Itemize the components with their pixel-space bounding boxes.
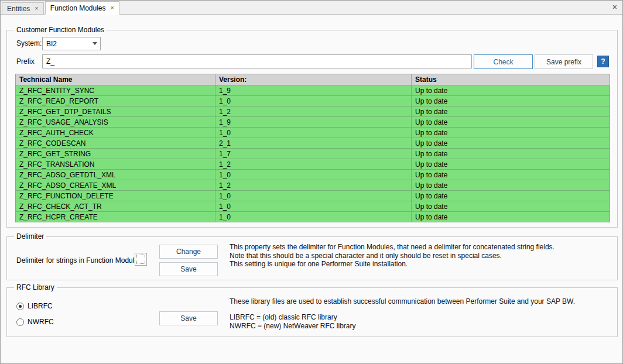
cell-version: 1_0 xyxy=(215,96,412,107)
rfc-library-description: These library files are used to establis… xyxy=(230,297,575,306)
cell-status: Up to date xyxy=(412,128,610,138)
help-icon[interactable]: ? xyxy=(597,56,609,67)
tab-bar: Entities × Function Modules × xyxy=(1,1,622,15)
cell-status: Up to date xyxy=(412,180,610,191)
column-header-technical-name[interactable]: Technical Name xyxy=(16,74,215,85)
cell-technical-name: Z_RFC_GET_DTP_DETAILS xyxy=(16,107,215,117)
cell-status: Up to date xyxy=(412,191,610,201)
tab-function-modules-label: Function Modules xyxy=(50,4,106,12)
cell-version: 1_7 xyxy=(215,149,412,159)
delimiter-label: Delimiter for strings in Function Module… xyxy=(16,256,142,265)
cell-technical-name: Z_RFC_AUTH_CHECK xyxy=(16,128,215,138)
chevron-down-icon[interactable] xyxy=(90,37,100,50)
radio-librfc-label: LIBRFC xyxy=(28,302,53,310)
cell-status: Up to date xyxy=(412,96,610,107)
delimiter-description-line: Note that this should be a special chara… xyxy=(230,252,554,260)
cell-technical-name: Z_RFC_USAGE_ANALYSIS xyxy=(16,117,215,128)
delimiter-save-button[interactable]: Save xyxy=(159,262,218,276)
check-button[interactable]: Check xyxy=(474,54,533,69)
column-header-version[interactable]: Version: xyxy=(215,74,412,85)
cell-technical-name: Z_RFC_TRANSLATION xyxy=(16,159,215,170)
cell-technical-name: Z_RFC_ENTITY_SYNC xyxy=(16,85,215,96)
cell-technical-name: Z_RFC_CODESCAN xyxy=(16,138,215,149)
cell-version: 1_2 xyxy=(215,107,412,117)
cell-status: Up to date xyxy=(412,149,610,159)
table-row[interactable]: Z_RFC_CHECK_ACT_TR1_0Up to date xyxy=(16,201,610,212)
table-header: Technical Name Version: Status xyxy=(16,74,610,85)
group-customer-function-modules-title: Customer Function Modules xyxy=(14,26,107,34)
cell-status: Up to date xyxy=(412,107,610,117)
radio-button-icon[interactable] xyxy=(16,318,24,326)
system-dropdown[interactable]: BI2 xyxy=(42,37,101,50)
cell-status: Up to date xyxy=(412,159,610,170)
table-row[interactable]: Z_RFC_TRANSLATION1_2Up to date xyxy=(16,159,610,170)
table-row[interactable]: Z_RFC_AUTH_CHECK1_0Up to date xyxy=(16,128,610,138)
cell-technical-name: Z_RFC_CHECK_ACT_TR xyxy=(16,201,215,212)
group-customer-function-modules: Customer Function Modules System: BI2 Pr… xyxy=(6,30,618,228)
tab-entities-close-icon[interactable]: × xyxy=(35,5,38,12)
cell-technical-name: Z_RFC_HCPR_CREATE xyxy=(16,212,215,222)
rfc-library-legend: LIBRFC = (old) classic RFC library NWRFC… xyxy=(230,313,355,330)
delimiter-description-line: This property sets the delimiter for Fun… xyxy=(230,243,554,252)
app-window: Entities × Function Modules × × Customer… xyxy=(0,0,623,364)
radio-nwrfc[interactable]: NWRFC xyxy=(16,318,54,326)
cell-technical-name: Z_RFC_READ_REPORT xyxy=(16,96,215,107)
cell-version: 1_2 xyxy=(215,180,412,191)
cell-status: Up to date xyxy=(412,212,610,222)
cell-version: 1_0 xyxy=(215,170,412,180)
cell-technical-name: Z_RFC_GET_STRING xyxy=(16,149,215,159)
radio-nwrfc-label: NWRFC xyxy=(28,318,54,326)
cell-technical-name: Z_RFC_ADSO_CREATE_XML xyxy=(16,180,215,191)
table-row[interactable]: Z_RFC_ADSO_CREATE_XML1_2Up to date xyxy=(16,180,610,191)
cell-status: Up to date xyxy=(412,201,610,212)
table-row[interactable]: Z_RFC_ENTITY_SYNC1_9Up to date xyxy=(16,85,610,96)
fm-table-body: Z_RFC_ENTITY_SYNC1_9Up to dateZ_RFC_READ… xyxy=(16,85,610,222)
system-label: System: xyxy=(16,39,42,47)
rfc-library-save-button[interactable]: Save xyxy=(159,311,218,325)
cell-status: Up to date xyxy=(412,138,610,149)
rfc-library-legend-line: LIBRFC = (old) classic RFC library xyxy=(230,313,355,322)
cell-version: 2_1 xyxy=(215,138,412,149)
table-row[interactable]: Z_RFC_HCPR_CREATE1_0Up to date xyxy=(16,212,610,222)
cell-version: 1_2 xyxy=(215,159,412,170)
cell-version: 1_9 xyxy=(215,85,412,96)
cell-technical-name: Z_RFC_FUNCTION_DELETE xyxy=(16,191,215,201)
save-prefix-button[interactable]: Save prefix xyxy=(535,54,593,69)
tab-function-modules-close-icon[interactable]: × xyxy=(111,5,114,11)
tab-entities[interactable]: Entities × xyxy=(2,2,44,14)
cell-status: Up to date xyxy=(412,85,610,96)
delimiter-description-line: This setting is unique for one Performer… xyxy=(230,260,554,269)
group-rfc-library-title: RFC Library xyxy=(14,283,57,291)
table-row[interactable]: Z_RFC_CODESCAN2_1Up to date xyxy=(16,138,610,149)
delimiter-description: This property sets the delimiter for Fun… xyxy=(230,243,554,269)
group-rfc-library: RFC Library LIBRFC NWRFC Save These libr… xyxy=(6,287,618,337)
rfc-library-legend-line: NWRFC = (new) NetWeaver RFC library xyxy=(230,322,355,331)
column-header-status[interactable]: Status xyxy=(412,74,610,85)
group-delimiter: Delimiter Delimiter for strings in Funct… xyxy=(6,236,618,280)
tab-entities-label: Entities xyxy=(7,5,30,13)
tab-function-modules[interactable]: Function Modules × xyxy=(45,1,119,15)
table-row[interactable]: Z_RFC_ADSO_GETDTL_XML1_0Up to date xyxy=(16,170,610,180)
cell-status: Up to date xyxy=(412,117,610,128)
table-row[interactable]: Z_RFC_USAGE_ANALYSIS1_9Up to date xyxy=(16,117,610,128)
table-row[interactable]: Z_RFC_FUNCTION_DELETE1_0Up to date xyxy=(16,191,610,201)
table-row[interactable]: Z_RFC_GET_DTP_DETAILS1_2Up to date xyxy=(16,107,610,117)
prefix-label: Prefix xyxy=(16,57,35,66)
cell-version: 1_0 xyxy=(215,201,412,212)
cell-status: Up to date xyxy=(412,170,610,180)
group-delimiter-title: Delimiter xyxy=(14,232,46,241)
system-dropdown-value: BI2 xyxy=(43,40,90,48)
change-button[interactable]: Change xyxy=(159,245,218,259)
delimiter-input[interactable] xyxy=(135,253,147,266)
radio-librfc[interactable]: LIBRFC xyxy=(16,302,53,310)
table-row[interactable]: Z_RFC_GET_STRING1_7Up to date xyxy=(16,149,610,159)
cell-version: 1_0 xyxy=(215,212,412,222)
table-row[interactable]: Z_RFC_READ_REPORT1_0Up to date xyxy=(16,96,610,107)
cell-technical-name: Z_RFC_ADSO_GETDTL_XML xyxy=(16,170,215,180)
prefix-input[interactable] xyxy=(42,54,472,68)
cell-version: 1_9 xyxy=(215,117,412,128)
window-close-icon[interactable]: × xyxy=(612,3,617,11)
cell-version: 1_0 xyxy=(215,128,412,138)
radio-button-icon[interactable] xyxy=(16,303,24,310)
function-modules-table: Technical Name Version: Status Z_RFC_ENT… xyxy=(15,74,610,222)
